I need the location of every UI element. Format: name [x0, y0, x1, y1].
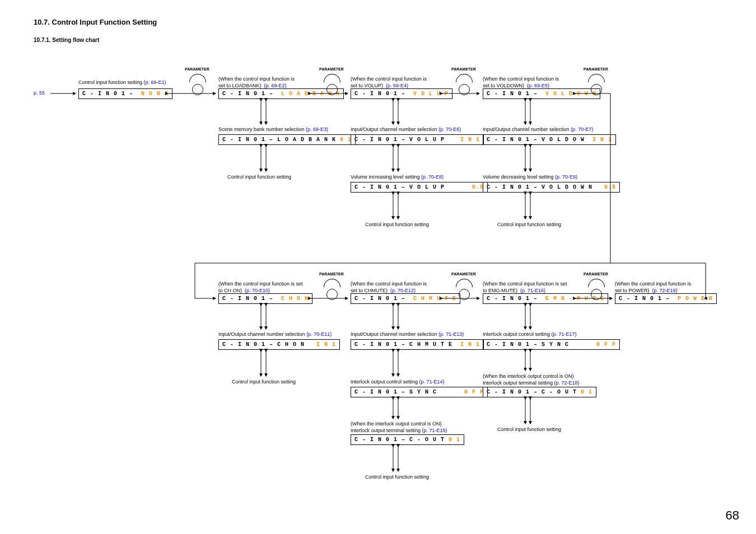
connectors [0, 0, 756, 534]
